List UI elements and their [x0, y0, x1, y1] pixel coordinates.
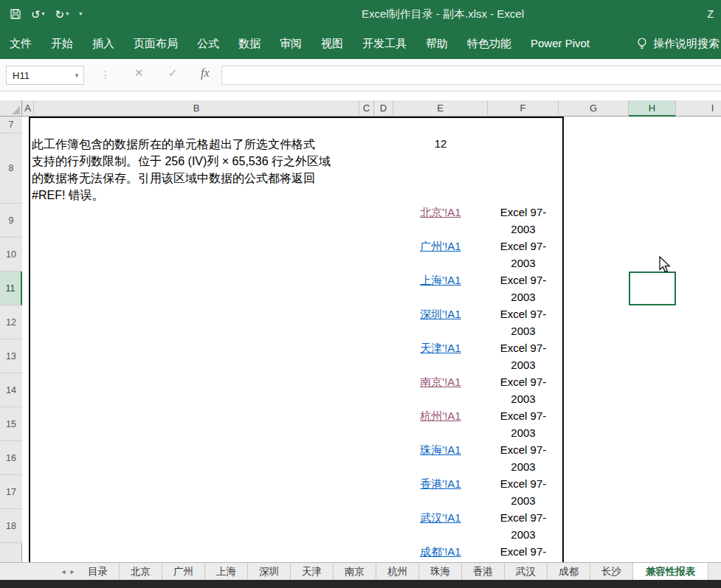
column-header-h[interactable]: H: [629, 100, 676, 117]
sheet-link-beijing[interactable]: 北京'!A1: [393, 204, 488, 221]
tab-bar-spacer: [0, 563, 59, 580]
sheet-tab-nanjing[interactable]: 南京: [334, 563, 376, 580]
ribbon-tab-bar: 文件开始插入页面布局公式数据审阅视图开发工具帮助特色功能Power Pivot: [0, 28, 721, 59]
name-box-value: H11: [7, 70, 70, 81]
ribbon-tab-view[interactable]: 视图: [311, 28, 353, 59]
ribbon-tab-insert[interactable]: 插入: [83, 28, 124, 59]
undo-icon: ↺: [31, 9, 41, 20]
sheet-link-guangzhou[interactable]: 广州'!A1: [393, 238, 488, 255]
ribbon-tab-data[interactable]: 数据: [229, 28, 270, 59]
ribbon-tab-home[interactable]: 开始: [41, 28, 83, 59]
sheet-tab-compatibility-report[interactable]: 兼容性报表: [633, 563, 708, 580]
column-header-c[interactable]: C: [359, 100, 374, 117]
sheet-link-hongkong[interactable]: 香港'!A1: [393, 475, 488, 492]
ribbon-tab-page-layout[interactable]: 页面布局: [124, 28, 187, 59]
format-cell-guangzhou: Excel 97-2003: [490, 238, 556, 271]
warning-line-3: 的数据将无法保存。引用该区域中数据的公式都将返回: [32, 170, 359, 187]
sheet-tab-chengdu[interactable]: 成都: [548, 563, 590, 580]
column-header-e[interactable]: E: [393, 100, 488, 117]
ribbon-tab-formulas[interactable]: 公式: [187, 28, 229, 59]
format-cell-shenzhen: Excel 97-2003: [490, 305, 556, 339]
ribbon-tab-power-pivot[interactable]: Power Pivot: [521, 28, 599, 59]
row-header-9[interactable]: 9: [0, 204, 22, 238]
sheet-link-hangzhou[interactable]: 杭州'!A1: [393, 407, 488, 424]
sheet-nav-right-icon[interactable]: ▸: [68, 563, 77, 580]
sheet-link-wuhan[interactable]: 武汉'!A1: [393, 509, 488, 526]
cancel-button[interactable]: ✕: [134, 66, 144, 80]
formula-bar: H11 ▾ ⋮ ✕ ✓ fx: [0, 59, 721, 91]
select-all-triangle-icon: [12, 106, 20, 114]
sheet-tab-tianjin[interactable]: 天津: [291, 563, 334, 580]
row-header-10[interactable]: 10: [0, 238, 22, 271]
sheet-tab-wuhan[interactable]: 武汉: [505, 563, 548, 580]
column-header-i[interactable]: I: [676, 100, 721, 117]
sheet-link-chengdu[interactable]: 成都'!A1: [393, 543, 488, 560]
column-header-d[interactable]: D: [374, 100, 393, 117]
row-header-13[interactable]: 13: [0, 339, 22, 373]
row-header-7[interactable]: 7: [0, 117, 22, 134]
enter-button[interactable]: ✓: [168, 66, 178, 80]
sheet-link-tianjin[interactable]: 天津'!A1: [393, 339, 488, 356]
undo-button[interactable]: ↺▾: [31, 9, 45, 20]
format-cell-chengdu: Excel 97-2003: [490, 543, 556, 562]
row-header-15[interactable]: 15: [0, 407, 22, 441]
sheet-tab-catalog[interactable]: 目录: [77, 563, 120, 580]
row-header-17[interactable]: 17: [0, 475, 22, 509]
redo-button[interactable]: ↻▾: [55, 9, 69, 20]
row-header-16[interactable]: 16: [0, 441, 22, 475]
column-header-a[interactable]: A: [22, 100, 34, 117]
row-header-14[interactable]: 14: [0, 373, 22, 407]
ribbon-tab-file[interactable]: 文件: [0, 28, 41, 59]
sheet-tab-hangzhou[interactable]: 杭州: [376, 563, 419, 580]
name-box[interactable]: H11 ▾: [6, 66, 84, 85]
redo-dropdown-icon[interactable]: ▾: [66, 11, 69, 17]
tell-me-button[interactable]: 操作说明搜索: [636, 28, 721, 59]
column-header-b[interactable]: B: [34, 100, 359, 117]
sheet-tab-hongkong[interactable]: 香港: [462, 563, 505, 580]
row-header-11[interactable]: 11: [0, 271, 22, 305]
ribbon-tab-help[interactable]: 帮助: [416, 28, 458, 59]
row-header-18[interactable]: 18: [0, 509, 22, 543]
format-cell-tianjin: Excel 97-2003: [490, 339, 556, 373]
worksheet-grid[interactable]: ABCDEFGHI 789101112131415161718 此工作簿包含的数…: [0, 91, 721, 562]
formula-input[interactable]: [221, 66, 721, 85]
lightbulb-icon: [636, 37, 648, 50]
format-cell-zhuhai: Excel 97-2003: [490, 441, 556, 475]
sheet-tab-changsha[interactable]: 长沙: [590, 563, 633, 580]
sheet-tab-zhuhai[interactable]: 珠海: [419, 563, 462, 580]
column-header-g[interactable]: G: [559, 100, 629, 117]
sheet-link-zhuhai[interactable]: 珠海'!A1: [393, 441, 488, 458]
save-icon: [10, 9, 21, 19]
title-bar: ↺▾ ↻▾ ▾ Excel制作目录 - 副本.xlsx - Excel Z: [0, 0, 721, 28]
ribbon-tab-developer[interactable]: 开发工具: [353, 28, 416, 59]
customize-qat-button[interactable]: ▾: [79, 11, 82, 17]
sheet-tab-beijing[interactable]: 北京: [120, 563, 162, 580]
row-header-8[interactable]: 8: [0, 134, 22, 204]
column-header-f[interactable]: F: [488, 100, 559, 117]
warning-line-4: #REF! 错误。: [32, 187, 359, 204]
format-cell-hongkong: Excel 97-2003: [490, 475, 556, 509]
sheet-link-shanghai[interactable]: 上海'!A1: [393, 271, 488, 288]
undo-dropdown-icon[interactable]: ▾: [42, 11, 45, 17]
quick-access-toolbar: ↺▾ ↻▾ ▾: [10, 0, 82, 28]
sheet-tab-shenzhen[interactable]: 深圳: [248, 563, 291, 580]
sheet-tab-guangzhou[interactable]: 广州: [162, 563, 205, 580]
select-all-corner[interactable]: [0, 100, 22, 117]
account-initial[interactable]: Z: [707, 0, 714, 28]
sheet-link-nanjing[interactable]: 南京'!A1: [393, 373, 488, 390]
sheet-tab-shanghai[interactable]: 上海: [205, 563, 248, 580]
row-header-12[interactable]: 12: [0, 305, 22, 339]
ribbon-tab-review[interactable]: 审阅: [270, 28, 311, 59]
ribbon-tab-special-features[interactable]: 特色功能: [458, 28, 521, 59]
sheet-nav-left-icon[interactable]: ◂: [59, 563, 68, 580]
save-button[interactable]: [10, 9, 21, 19]
sheet-link-shenzhen[interactable]: 深圳'!A1: [393, 305, 488, 322]
selected-cell-outline: [629, 271, 676, 305]
sheet-tab-bar: ◂ ▸ 目录北京广州上海深圳天津南京杭州珠海香港武汉成都长沙兼容性报表: [0, 562, 721, 580]
name-box-dropdown-icon[interactable]: ▾: [70, 72, 83, 79]
occurrence-count-cell: 12: [393, 136, 488, 152]
insert-function-button[interactable]: fx: [201, 66, 210, 80]
format-cell-beijing: Excel 97-2003: [490, 204, 556, 238]
tell-me-label: 操作说明搜索: [653, 37, 720, 51]
format-cell-nanjing: Excel 97-2003: [490, 373, 556, 407]
